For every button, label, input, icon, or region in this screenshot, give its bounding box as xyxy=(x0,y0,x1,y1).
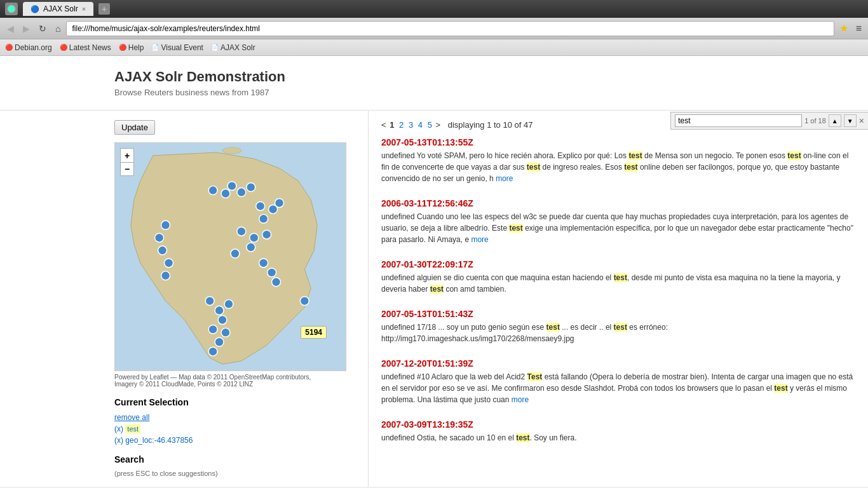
result-text-3: undefined alguien se dio cuenta con que … xyxy=(381,272,855,295)
page-subtitle: Browse Reuters business news from 1987 xyxy=(114,88,754,97)
result-item-5: 2007-12-20T01:51:39Z undefined #10 Aclar… xyxy=(381,358,855,405)
debian-icon: 🔴 xyxy=(5,44,13,51)
bookmark-help-label: Help xyxy=(128,43,144,52)
svg-point-17 xyxy=(250,233,259,242)
tab-close-icon[interactable]: × xyxy=(82,5,86,13)
svg-point-21 xyxy=(161,220,170,229)
search-hint: (press ESC to close suggestions) xyxy=(114,470,358,477)
result-date-4[interactable]: 2007-05-13T01:51:43Z xyxy=(381,309,855,319)
more-link-2[interactable]: more xyxy=(471,235,488,244)
home-button[interactable]: ⌂ xyxy=(52,22,64,35)
svg-point-30 xyxy=(208,325,217,334)
menu-icon[interactable]: ≡ xyxy=(853,22,864,36)
bookmark-star-icon[interactable]: ★ xyxy=(837,21,851,36)
svg-point-24 xyxy=(165,259,173,268)
highlight: test xyxy=(546,323,560,332)
highlight: test xyxy=(516,433,529,442)
highlight: test xyxy=(509,224,522,233)
page-header: AJAX Solr Demonstration Browse Reuters b… xyxy=(0,56,868,111)
titlebar: 🔵 AJAX Solr × + xyxy=(0,0,868,18)
tab-favicon: 🔵 xyxy=(31,5,39,13)
result-text-4: undefined 17/18 ... soy un puto genio se… xyxy=(381,322,855,344)
find-prev-button[interactable]: ▲ xyxy=(829,114,841,127)
tab-label: AJAX Solr xyxy=(43,4,78,13)
result-date-3[interactable]: 2007-01-30T22:09:17Z xyxy=(381,259,855,269)
svg-point-2 xyxy=(222,147,241,154)
latest-news-icon: 🔴 xyxy=(60,44,67,51)
svg-point-8 xyxy=(221,189,230,198)
svg-point-23 xyxy=(158,246,167,255)
update-button[interactable]: Update xyxy=(114,120,155,135)
find-next-button[interactable]: ▼ xyxy=(844,114,857,127)
bookmark-latest-news[interactable]: 🔴 Latest News xyxy=(60,43,111,52)
result-item-1: 2007-05-13T01:13:55Z undefined Yo voté S… xyxy=(381,137,855,184)
svg-point-29 xyxy=(218,315,227,324)
result-date-6[interactable]: 2007-03-09T13:19:35Z xyxy=(381,419,855,430)
ajax-solr-icon: 📄 xyxy=(211,44,219,51)
remove-all-link[interactable]: remove all xyxy=(114,413,149,422)
current-selection-title: Current Selection xyxy=(114,397,358,407)
find-count: 1 of 18 xyxy=(804,117,826,125)
more-link-5[interactable]: more xyxy=(512,395,529,404)
svg-point-0 xyxy=(8,5,15,13)
svg-point-20 xyxy=(231,249,240,258)
map-footer: Powered by Leaflet — Map data © 2011 Ope… xyxy=(114,374,346,388)
svg-point-25 xyxy=(161,271,170,280)
filter-geo[interactable]: (x) geo_loc:-46.437856 xyxy=(114,436,358,445)
forward-button[interactable]: ▶ xyxy=(20,22,33,35)
highlight: test xyxy=(628,151,642,160)
highlight: test xyxy=(614,323,627,332)
page-1-link[interactable]: 1 xyxy=(390,120,394,130)
filter-test[interactable]: (x) test xyxy=(114,424,358,433)
help-icon: 🔴 xyxy=(119,44,126,51)
more-link-1[interactable]: more xyxy=(496,174,513,183)
filter-geo-label: (x) geo_loc:-46.437856 xyxy=(114,436,193,445)
bookmark-help[interactable]: 🔴 Help xyxy=(119,43,144,52)
find-close-button[interactable]: × xyxy=(859,116,864,126)
svg-point-27 xyxy=(215,306,224,315)
svg-point-16 xyxy=(237,227,246,236)
svg-point-35 xyxy=(268,268,276,277)
result-date-1[interactable]: 2007-05-13T01:13:55Z xyxy=(381,137,855,147)
bookmark-visual-event[interactable]: 📄 Visual Event xyxy=(151,43,203,52)
svg-point-32 xyxy=(215,337,224,346)
result-date-5[interactable]: 2007-12-20T01:51:39Z xyxy=(381,358,855,369)
reload-button[interactable]: ↻ xyxy=(36,22,50,35)
svg-point-34 xyxy=(259,259,268,268)
svg-point-15 xyxy=(259,214,268,223)
browser-tab[interactable]: 🔵 AJAX Solr × xyxy=(23,2,93,16)
page-2-link[interactable]: 2 xyxy=(399,120,403,130)
bookmark-debian[interactable]: 🔴 Debian.org xyxy=(5,43,52,52)
bookmarks-bar: 🔴 Debian.org 🔴 Latest News 🔴 Help 📄 Visu… xyxy=(0,39,868,56)
new-tab-button[interactable]: + xyxy=(98,3,110,15)
map-zoom-controls: + − xyxy=(120,148,134,176)
current-selection: Current Selection remove all (x) test (x… xyxy=(114,397,358,445)
page-3-link[interactable]: 3 xyxy=(409,120,413,130)
result-item-3: 2007-01-30T22:09:17Z undefined alguien s… xyxy=(381,259,855,295)
highlight: Test xyxy=(527,372,543,381)
map-container[interactable]: + − 5194 5194 xyxy=(114,142,346,371)
highlight: test xyxy=(527,163,540,172)
svg-point-19 xyxy=(247,243,255,252)
zoom-out-button[interactable]: − xyxy=(120,162,134,176)
back-button[interactable]: ◀ xyxy=(4,22,17,35)
find-input[interactable] xyxy=(675,114,802,127)
result-item-6: 2007-03-09T13:19:35Z undefined Ostia, he… xyxy=(381,419,855,444)
page-5-link[interactable]: 5 xyxy=(428,120,432,130)
result-text-6: undefined Ostia, he sacado un 10 en el t… xyxy=(381,432,855,444)
page-4-link[interactable]: 4 xyxy=(418,120,423,130)
svg-point-11 xyxy=(247,183,255,192)
svg-point-18 xyxy=(262,230,271,239)
svg-point-28 xyxy=(224,300,233,309)
svg-point-37 xyxy=(300,297,309,306)
results-count: displaying 1 to 10 of 47 xyxy=(448,120,533,130)
bookmark-visual-event-label: Visual Event xyxy=(161,43,203,52)
results-area: < 1 2 3 4 5 > displaying 1 to 10 of 47 2… xyxy=(369,111,868,487)
bookmark-ajax-solr[interactable]: 📄 AJAX Solr xyxy=(211,43,255,52)
result-date-2[interactable]: 2006-03-11T12:56:46Z xyxy=(381,198,855,208)
zoom-in-button[interactable]: + xyxy=(120,148,134,162)
svg-point-10 xyxy=(237,188,246,197)
address-bar[interactable] xyxy=(66,21,834,36)
highlight: test xyxy=(787,151,801,160)
map-footer-line2: Imagery © 2011 CloudMade, Points © 2012 … xyxy=(114,381,253,388)
